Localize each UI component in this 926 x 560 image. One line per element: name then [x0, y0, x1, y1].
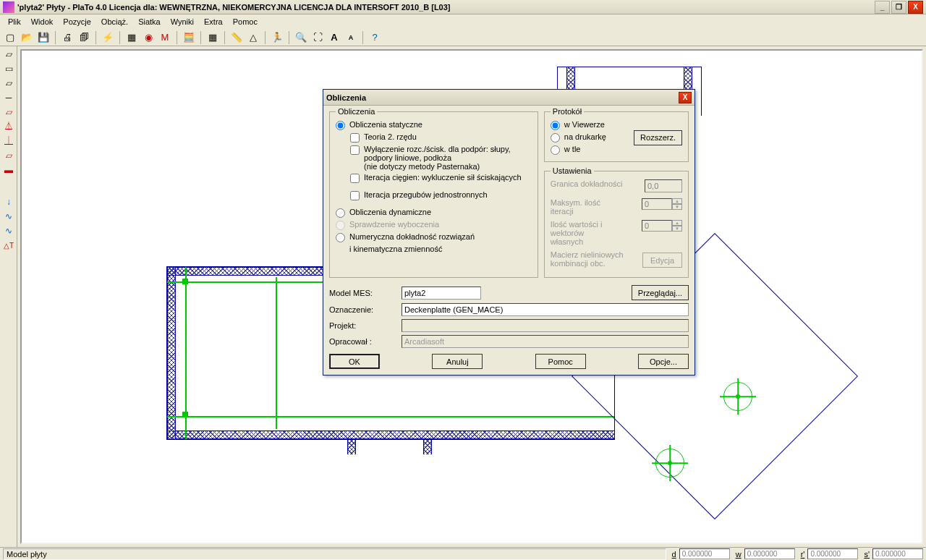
radio-numeric[interactable]	[336, 233, 345, 242]
red-edge-icon[interactable]: ▱	[1, 106, 16, 119]
check-iter-przeg[interactable]	[350, 191, 360, 200]
print-icon[interactable]: 🖨	[60, 30, 75, 45]
check-iter-cieg[interactable]	[350, 174, 360, 183]
menu-plik[interactable]: Plik	[3, 16, 26, 27]
run-icon[interactable]: 🏃	[270, 30, 284, 45]
edge2-tool-icon[interactable]: ▭	[1, 62, 16, 75]
wizard-icon[interactable]: ⚡	[101, 30, 115, 45]
status-w	[744, 548, 795, 559]
zoom-icon[interactable]: 🔍	[294, 30, 308, 45]
minimize-button[interactable]: _	[875, 1, 890, 14]
button-rozszerz[interactable]: Rozszerz.	[634, 130, 682, 145]
radio-dynamic[interactable]	[336, 208, 345, 218]
node-icon[interactable]: ◉	[141, 30, 156, 45]
arrow-down-icon[interactable]: ↓	[1, 195, 16, 208]
maximize-button[interactable]: ❐	[891, 1, 906, 14]
edge3-tool-icon[interactable]: ▱	[1, 77, 16, 90]
menu-pomoc[interactable]: Pomoc	[228, 16, 263, 27]
red-bar-icon[interactable]: ▬	[1, 164, 16, 177]
close-button[interactable]: X	[908, 1, 923, 14]
group-proto-legend: Protokół	[551, 107, 584, 116]
radio-stab	[336, 221, 345, 230]
check-wylacz[interactable]	[350, 145, 360, 155]
save-icon[interactable]: 💾	[36, 30, 51, 45]
zoom-extents-icon[interactable]: ⛶	[310, 30, 325, 45]
label-viewer: w Viewerze	[564, 120, 605, 129]
radio-print[interactable]	[551, 133, 560, 143]
menu-siatka[interactable]: Siatka	[133, 16, 166, 27]
dialog-obliczenia: Obliczenia X Obliczenia Obliczenia staty…	[323, 89, 695, 376]
dialog-title: Obliczenia	[326, 93, 679, 102]
font-small-icon[interactable]: A	[344, 30, 358, 45]
dialog-close-icon[interactable]: X	[679, 92, 692, 103]
angle-icon[interactable]: △	[246, 30, 260, 45]
new-icon[interactable]: ▢	[3, 30, 17, 45]
menu-wyniki[interactable]: Wyniki	[166, 16, 199, 27]
label-model: Model MES:	[329, 289, 402, 297]
button-przegladaj[interactable]: Przeglądaj...	[632, 285, 689, 300]
print-preview-icon[interactable]: 🗐	[77, 30, 91, 45]
status-d-label: d	[672, 550, 676, 559]
delta-t-icon[interactable]: △T	[1, 239, 16, 252]
status-w-label: w	[736, 550, 742, 559]
status-s-label: s'	[864, 550, 870, 559]
group-settings-legend: Ustawienia	[551, 166, 594, 175]
label-stab: Sprawdzenie wyboczenia	[349, 220, 439, 229]
label-ilosc: Ilość wartości i wektorów własnych	[551, 220, 616, 246]
spin-maks: ▲▼	[642, 198, 682, 210]
open-icon[interactable]: 📂	[20, 30, 34, 45]
statusbar: Model płyty d w r' s'	[0, 547, 926, 560]
dialog-titlebar[interactable]: Obliczenia X	[323, 90, 694, 106]
app-icon	[3, 1, 14, 13]
line-tool-icon[interactable]: ─	[1, 91, 16, 104]
button-edycja: Edycja	[642, 253, 682, 268]
input-granica	[645, 179, 682, 192]
group-calc-legend: Obliczenia	[336, 107, 377, 116]
status-d	[679, 548, 730, 559]
status-r-label: r'	[801, 550, 805, 559]
menu-pozycje[interactable]: Pozycje	[58, 16, 96, 27]
button-ok[interactable]: OK	[329, 354, 380, 369]
spin-ilosc: ▲▼	[642, 220, 682, 232]
input-model[interactable]	[402, 287, 481, 300]
label-wylacz: Wyłączenie rozc./ścisk. dla podpór: słup…	[364, 145, 532, 171]
status-r	[807, 548, 858, 559]
label-projekt: Projekt:	[329, 321, 402, 330]
help-icon[interactable]: ?	[368, 30, 382, 45]
input-oprac	[402, 335, 689, 348]
label-theory: Teoria 2. rzędu	[364, 132, 417, 141]
input-ozn[interactable]	[402, 303, 689, 316]
mesh-icon[interactable]: ▦	[205, 30, 220, 45]
radio-viewer[interactable]	[551, 121, 560, 130]
measure-icon[interactable]: 📏	[229, 30, 244, 45]
label-bg: w tle	[564, 145, 581, 153]
menu-extra[interactable]: Extra	[199, 16, 228, 27]
label-macierz: Macierz nieliniowych kombinacji obc.	[551, 250, 630, 268]
window-titlebar: 'plyta2' Płyty - PlaTo 4.0 Licencja dla:…	[0, 0, 926, 14]
red-line-icon[interactable]: ▱	[1, 149, 16, 162]
menu-widok[interactable]: Widok	[26, 16, 59, 27]
menu-obciaz[interactable]: Obciąż.	[96, 16, 133, 27]
label-static: Obliczenia statyczne	[349, 120, 422, 129]
curve-icon[interactable]: ∿	[1, 210, 16, 223]
support-v-icon[interactable]: ⏃	[1, 120, 16, 133]
edge-tool-icon[interactable]: ▱	[1, 48, 16, 61]
button-anuluj[interactable]: Anuluj	[432, 354, 483, 369]
m-icon[interactable]: M	[158, 30, 172, 45]
radio-bg[interactable]	[551, 145, 560, 155]
button-pomoc[interactable]: Pomoc	[535, 354, 586, 369]
grid-icon[interactable]: ▦	[124, 30, 139, 45]
calc-icon[interactable]: 🧮	[182, 30, 196, 45]
curve2-icon[interactable]: ∿	[1, 224, 16, 237]
check-theory[interactable]	[350, 133, 360, 143]
label-oprac: Opracował :	[329, 337, 402, 346]
menubar: Plik Widok Pozycje Obciąż. Siatka Wyniki…	[0, 14, 926, 29]
label-ozn: Oznaczenie:	[329, 305, 402, 314]
status-s	[872, 548, 923, 559]
button-opcje[interactable]: Opcje...	[638, 354, 689, 369]
support-h-icon[interactable]: ⏊	[1, 135, 16, 148]
label-kinematic: i kinematyczna zmienność	[349, 245, 442, 253]
font-large-icon[interactable]: A	[327, 30, 341, 45]
radio-static[interactable]	[336, 121, 345, 130]
status-left: Model płyty	[3, 548, 666, 560]
